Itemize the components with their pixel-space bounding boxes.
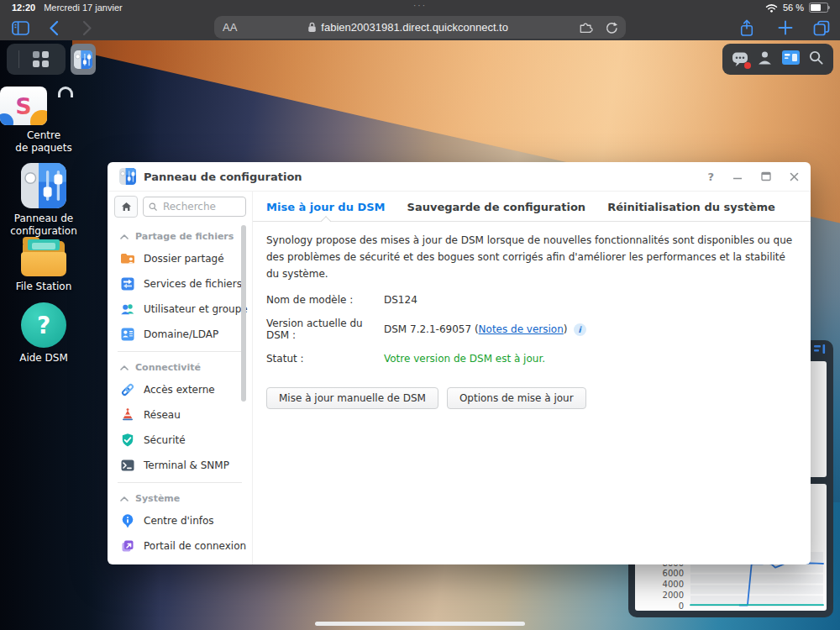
close-button[interactable] — [790, 172, 799, 181]
version-row: Version actuelle du DSM : DSM 7.2.1-6905… — [266, 318, 797, 341]
model-value: DS124 — [384, 294, 417, 306]
chevron-up-icon — [120, 234, 129, 239]
sidebar-item-terminal-snmp[interactable]: Terminal & SNMP — [108, 453, 252, 478]
chevron-up-icon — [120, 365, 129, 370]
external-access-icon — [120, 382, 135, 397]
search-icon — [808, 50, 824, 66]
desktop-icon-label: File Station — [0, 281, 87, 293]
pin-widgets-icon[interactable] — [814, 344, 826, 354]
status-bar: 12:20 Mercredi 17 janvier ··· 56 % — [0, 0, 840, 15]
security-shield-icon — [120, 433, 135, 448]
back-button[interactable] — [49, 15, 59, 40]
info-center-icon — [120, 513, 135, 528]
window-titlebar[interactable]: Panneau de configuration ? — [108, 162, 811, 192]
control-panel-icon — [119, 168, 136, 185]
multitask-dots-icon[interactable]: ··· — [0, 1, 840, 10]
share-icon[interactable] — [739, 15, 754, 40]
desktop-icon-dsm-help[interactable]: Aide DSM — [0, 302, 87, 365]
sidebar-item-info-center[interactable]: Centre d'infos — [108, 508, 252, 533]
user-menu-button[interactable] — [757, 50, 773, 69]
sidebar-item-partial[interactable] — [108, 559, 252, 564]
sidebar-item-domain-ldap[interactable]: Domaine/LDAP — [108, 322, 252, 347]
home-button[interactable] — [114, 196, 138, 218]
domain-ldap-icon — [120, 327, 135, 342]
manual-update-button[interactable]: Mise à jour manuelle de DSM — [266, 387, 438, 409]
apps-grid-icon — [33, 51, 49, 67]
tabs-overview-icon[interactable] — [813, 15, 830, 40]
widgets-icon — [782, 50, 800, 65]
reload-icon[interactable] — [605, 21, 617, 34]
file-services-icon — [120, 276, 135, 291]
notification-badge — [744, 62, 751, 69]
battery-icon — [809, 3, 828, 13]
window-title: Panneau de configuration — [144, 171, 302, 183]
tab-system-reset[interactable]: Réinitialisation du système — [607, 201, 775, 221]
release-notes-link[interactable]: Notes de version — [479, 323, 564, 335]
safari-toolbar: AA fabien20031981.direct.quickconnect.to — [0, 15, 840, 40]
section-system[interactable]: Système — [108, 487, 252, 508]
search-input[interactable] — [161, 200, 240, 213]
user-group-icon — [120, 302, 135, 317]
control-panel-window: Panneau de configuration ? — [108, 162, 811, 564]
tabs-bar: Mise à jour du DSM Sauvegarde de configu… — [253, 192, 811, 222]
package-center-icon: S — [0, 87, 87, 125]
sidebar-item-external-access[interactable]: Accès externe — [108, 377, 252, 402]
forward-button[interactable] — [82, 15, 92, 40]
lock-icon — [307, 22, 317, 33]
update-description: Synology propose des mises à jour de DSM… — [266, 233, 797, 282]
desktop-icon-file-station[interactable]: File Station — [0, 238, 87, 293]
version-value: DSM 7.2.1-69057 (Notes de version) — [384, 323, 568, 335]
browser-chrome: 12:20 Mercredi 17 janvier ··· 56 % AA — [0, 0, 840, 40]
section-file-sharing[interactable]: Partage de fichiers — [108, 225, 252, 246]
sidebar-toggle-icon[interactable] — [12, 15, 29, 40]
tab-config-backup[interactable]: Sauvegarde de configuration — [407, 201, 586, 221]
widgets-button[interactable] — [782, 50, 800, 68]
main-menu-button[interactable] — [7, 44, 66, 75]
url-text: fabien20031981.direct.quickconnect.to — [321, 21, 508, 34]
sidebar-item-network[interactable]: Réseau — [108, 402, 252, 428]
notifications-button[interactable] — [732, 51, 748, 67]
search-icon — [149, 202, 157, 212]
minimize-button[interactable] — [732, 171, 743, 181]
desktop-icon-control-panel[interactable]: Panneau deconfiguration — [0, 163, 87, 238]
svg-text:6000: 6000 — [663, 569, 684, 578]
control-panel-icon — [21, 163, 66, 208]
terminal-icon — [120, 458, 135, 473]
extensions-puzzle-icon[interactable] — [579, 21, 594, 34]
info-icon[interactable]: i — [574, 323, 586, 336]
help-button[interactable]: ? — [707, 171, 714, 183]
regional-options-icon — [120, 564, 135, 564]
system-tray — [722, 44, 833, 75]
open-app-control-panel-button[interactable] — [71, 44, 96, 75]
login-portal-icon — [120, 538, 135, 554]
dsm-update-panel: Synology propose des mises à jour de DSM… — [253, 222, 811, 420]
sidebar-item-shared-folder[interactable]: Dossier partagé — [108, 246, 252, 271]
desktop-icon-package-center[interactable]: S Centrede paquets — [0, 87, 87, 155]
update-options-button[interactable]: Options de mise à jour — [447, 387, 586, 409]
new-tab-icon[interactable] — [778, 15, 793, 40]
sidebar-item-security[interactable]: Sécurité — [108, 428, 252, 453]
status-row: Statut : Votre version de DSM est à jour… — [266, 353, 797, 365]
address-bar[interactable]: AA fabien20031981.direct.quickconnect.to — [214, 16, 626, 39]
status-value: Votre version de DSM est à jour. — [384, 353, 545, 365]
sidebar-scrollbar[interactable] — [241, 225, 246, 402]
section-connectivity[interactable]: Connectivité — [108, 356, 252, 377]
sidebar-item-file-services[interactable]: Services de fichiers — [108, 271, 252, 297]
sidebar-nav: Partage de fichiers Dossier partagé Serv… — [108, 221, 252, 564]
search-button[interactable] — [808, 50, 824, 69]
reader-button[interactable]: AA — [223, 21, 237, 34]
svg-text:2000: 2000 — [663, 591, 684, 600]
tab-dsm-update[interactable]: Mise à jour du DSM — [266, 201, 386, 221]
desktop-icon-label: Panneau deconfiguration — [0, 213, 87, 238]
control-panel-icon — [74, 50, 92, 69]
desktop-icon-label: Centrede paquets — [0, 129, 87, 155]
sidebar-item-user-group[interactable]: Utilisateur et groupe — [108, 297, 252, 322]
sidebar-search[interactable] — [143, 197, 246, 217]
sidebar-item-login-portal[interactable]: Portail de connexion — [108, 533, 252, 559]
home-indicator[interactable] — [315, 622, 525, 626]
chevron-up-icon — [120, 496, 129, 501]
ipad-screen: 12:20 Mercredi 17 janvier ··· 56 % AA — [0, 0, 840, 630]
maximize-button[interactable] — [761, 171, 771, 181]
sidebar-divider — [118, 351, 242, 352]
person-icon — [757, 50, 773, 66]
